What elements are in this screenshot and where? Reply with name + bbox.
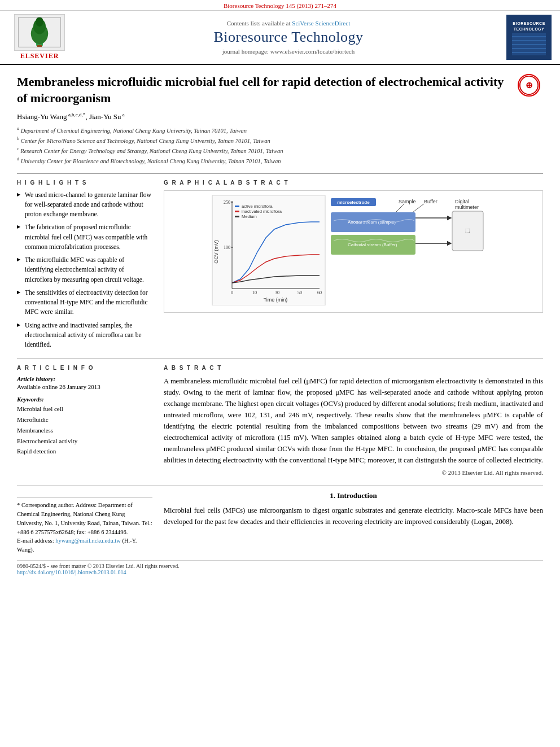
keywords-block: Keywords: Microbial fuel cell Microfluid…: [17, 396, 152, 456]
svg-text:Time (min): Time (min): [264, 297, 288, 303]
page-wrapper: Bioresource Technology 145 (2013) 271–27…: [0, 0, 560, 747]
bottom-bar: 0960-8524/$ - see front matter © 2013 El…: [17, 560, 543, 575]
svg-text:TECHNOLOGY: TECHNOLOGY: [514, 27, 544, 31]
elsevier-logo: ELSEVIER: [6, 14, 73, 60]
keywords-label: Keywords:: [17, 396, 152, 403]
crossmark-logo: ⊕: [518, 74, 543, 99]
svg-text:microelectrode: microelectrode: [337, 200, 370, 205]
affiliations: a Department of Chemical Engineering, Na…: [17, 125, 543, 167]
author-2-sup: a: [121, 112, 125, 117]
abstract-column: A B S T R A C T A membraneless microflui…: [164, 365, 543, 476]
highlights-column: H I G H L I G H T S We used micro-channe…: [17, 180, 152, 353]
svg-text:Digital: Digital: [455, 199, 469, 204]
affil-b: b Center for Micro/Nano Science and Tech…: [17, 136, 543, 146]
issn-text: 0960-8524/$ - see front matter © 2013 El…: [17, 563, 180, 569]
author-1-sup: a,b,c,d,*: [67, 112, 86, 117]
journal-homepage: journal homepage: www.elsevier.com/locat…: [79, 48, 498, 55]
abstract-text: A membraneless microfluidic microbial fu…: [164, 375, 543, 466]
highlight-item-3: The microfluidic MFC was capable of iden…: [17, 255, 152, 285]
history-label: Article history:: [17, 375, 152, 382]
highlights-graphical-section: H I G H L I G H T S We used micro-channe…: [17, 173, 543, 353]
affil-a: a Department of Chemical Engineering, Na…: [17, 125, 543, 136]
svg-text:Medium: Medium: [242, 214, 257, 219]
svg-rect-9: [512, 33, 546, 55]
svg-text:BIORESOURCE: BIORESOURCE: [513, 21, 545, 25]
svg-rect-4: [37, 45, 42, 47]
svg-line-52: [413, 204, 424, 212]
abstract-header: A B S T R A C T: [164, 365, 543, 371]
intro-title: Introduction: [337, 491, 377, 500]
sciverse-link[interactable]: SciVerse ScienceDirect: [292, 20, 350, 27]
sciverse-text: Contents lists available at SciVerse Sci…: [79, 20, 498, 27]
authors-line: Hsiang-Yu Wang a,b,c,d,*, Jian-Yu Su a: [17, 112, 543, 121]
highlight-item-4: The sensitivities of electroactivity det…: [17, 288, 152, 317]
introduction-column: 1. Introduction Microbial fuel cells (MF…: [164, 491, 543, 554]
bioresource-logo-box: BIORESOURCE TECHNOLOGY: [506, 15, 552, 60]
footnote-corresponding: * Corresponding author. Address: Departm…: [17, 501, 152, 536]
keyword-4: Electrochemical activity: [17, 436, 152, 447]
article-content: Membraneless microfluidic microbial fuel…: [0, 65, 560, 581]
svg-rect-31: [235, 206, 239, 207]
author-2-name: Jian-Yu Su: [89, 113, 121, 121]
email-label: E-mail address:: [17, 538, 54, 544]
footnotes-column: * Corresponding author. Address: Departm…: [17, 491, 152, 554]
highlight-item-5: Using active and inactivated samples, th…: [17, 321, 152, 350]
journal-header: ELSEVIER Contents lists available at Sci…: [0, 11, 560, 65]
svg-line-51: [396, 204, 404, 212]
keyword-5: Rapid detection: [17, 446, 152, 457]
journal-citation-bar: Bioresource Technology 145 (2013) 271–27…: [0, 0, 560, 11]
introduction-heading: 1. Introduction: [164, 491, 543, 500]
keyword-2: Microfluidic: [17, 414, 152, 425]
article-history-block: Article history: Available online 26 Jan…: [17, 375, 152, 390]
footnote-email: E-mail address: hywang@mail.ncku.edu.tw …: [17, 536, 152, 554]
svg-text:100: 100: [224, 245, 230, 250]
graphical-abstract-header: G R A P H I C A L A B S T R A C T: [164, 180, 543, 186]
journal-title-center: Contents lists available at SciVerse Sci…: [73, 20, 504, 55]
svg-text:multimeter: multimeter: [455, 204, 479, 210]
svg-rect-33: [235, 211, 239, 212]
elsevier-tree-icon: [14, 14, 65, 51]
article-title: Membraneless microfluidic microbial fuel…: [17, 74, 543, 106]
svg-text:10: 10: [252, 290, 257, 295]
article-info-header: A R T I C L E I N F O: [17, 365, 152, 371]
keyword-1: Microbial fuel cell: [17, 404, 152, 414]
svg-text:active microflora: active microflora: [242, 204, 273, 209]
article-info-abstract-section: A R T I C L E I N F O Article history: A…: [17, 359, 543, 476]
graphical-abstract-svg: OCV (mV) 250 100 0 10 30 50: [169, 195, 538, 305]
svg-rect-35: [235, 216, 239, 217]
email-link[interactable]: hywang@mail.ncku.edu.tw: [55, 538, 121, 544]
highlights-list: We used micro-channel to generate lamina…: [17, 190, 152, 350]
bioresource-logo: BIORESOURCE TECHNOLOGY: [504, 15, 554, 60]
elsevier-label: ELSEVIER: [20, 52, 59, 60]
article-info-column: A R T I C L E I N F O Article history: A…: [17, 365, 152, 476]
doi-link[interactable]: http://dx.doi.org/10.1016/j.biortech.201…: [17, 569, 126, 575]
svg-text:50: 50: [298, 290, 302, 295]
svg-text:Cathodal stream (Buffer): Cathodal stream (Buffer): [348, 242, 397, 247]
introduction-section: * Corresponding author. Address: Departm…: [17, 485, 543, 554]
svg-text:⊕: ⊕: [526, 80, 533, 90]
highlight-item-2: The fabrication of proposed microfluidic…: [17, 222, 152, 252]
keyword-3: Membraneless: [17, 425, 152, 436]
journal-citation: Bioresource Technology 145 (2013) 271–27…: [224, 2, 336, 9]
svg-text:30: 30: [275, 290, 279, 295]
author-1-name: Hsiang-Yu Wang: [17, 113, 67, 121]
svg-text:OCV (mV): OCV (mV): [213, 240, 219, 264]
crossmark-circle: ⊕: [518, 74, 540, 97]
svg-text:Buffer: Buffer: [424, 199, 438, 204]
svg-text:⬚: ⬚: [465, 228, 470, 233]
svg-text:inactivated microflora: inactivated microflora: [242, 209, 282, 214]
graphical-abstract-column: G R A P H I C A L A B S T R A C T OCV (m…: [164, 180, 543, 353]
available-online: Available online 26 January 2013: [17, 383, 100, 390]
svg-text:Sample: Sample: [399, 199, 416, 204]
highlight-item-1: We used micro-channel to generate lamina…: [17, 190, 152, 220]
affil-d: d University Center for Bioscience and B…: [17, 156, 543, 166]
svg-text:60: 60: [317, 290, 322, 295]
intro-number: 1.: [330, 491, 335, 500]
svg-text:250: 250: [224, 200, 230, 205]
graphical-abstract-image: OCV (mV) 250 100 0 10 30 50: [164, 190, 543, 313]
affil-c: c Research Center for Energy Technology …: [17, 146, 543, 156]
keywords-list: Microbial fuel cell Microfluidic Membran…: [17, 404, 152, 456]
copyright-line: © 2013 Elsevier Ltd. All rights reserved…: [164, 469, 543, 476]
svg-text:0: 0: [231, 290, 233, 295]
journal-main-title: Bioresource Technology: [79, 29, 498, 46]
